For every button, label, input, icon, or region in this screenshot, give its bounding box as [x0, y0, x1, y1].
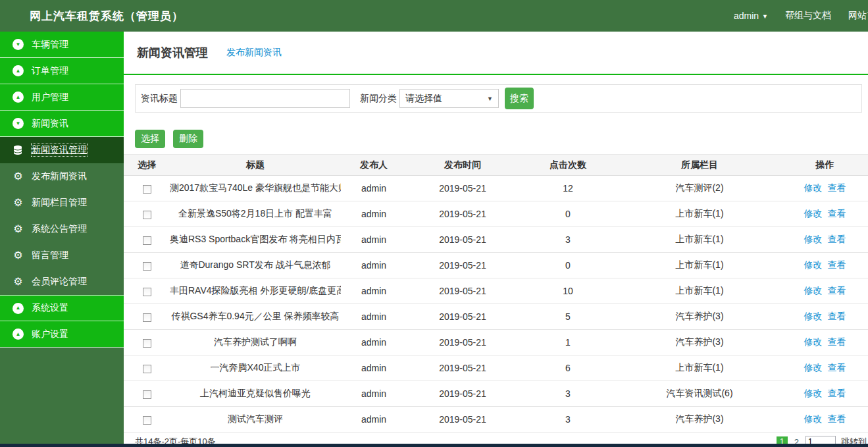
publisher-cell: admin	[341, 407, 407, 433]
clicks-cell: 3	[519, 407, 617, 433]
sidebar: ▼ 车辆管理 ▲ 订单管理 ▲ 用户管理 ▼ 新闻资讯 新闻资讯管理 ⚙ 发布新…	[0, 32, 124, 447]
row-checkbox[interactable]	[143, 365, 151, 373]
select-cell	[124, 407, 170, 433]
edit-link[interactable]: 修改	[804, 413, 823, 424]
view-link[interactable]: 查看	[828, 362, 846, 373]
edit-link[interactable]: 修改	[804, 336, 823, 347]
clicks-cell: 1	[519, 330, 617, 355]
category-cell: 汽车资讯测试(6)	[617, 381, 782, 407]
search-panel: 资讯标题 新闻分类 请选择值 ▼ 搜索	[135, 84, 862, 113]
publish-news-link[interactable]: 发布新闻资讯	[226, 47, 282, 59]
sidebar-item-user-mgmt[interactable]: ▲ 用户管理	[0, 84, 124, 111]
edit-link[interactable]: 修改	[804, 208, 823, 219]
delete-button[interactable]: 删除	[173, 130, 203, 148]
sidebar-item-message-mgmt[interactable]: ⚙ 留言管理	[0, 242, 124, 269]
toolbar: 选择 删除	[135, 130, 868, 148]
site-home-link[interactable]: 网站首页	[848, 10, 868, 22]
clicks-cell: 5	[519, 304, 617, 330]
gear-icon: ⚙	[13, 224, 24, 234]
clicks-cell: 3	[519, 227, 617, 253]
row-checkbox[interactable]	[143, 262, 151, 271]
date-cell: 2019-05-21	[407, 278, 519, 304]
view-link[interactable]: 查看	[828, 182, 846, 193]
col-clicks: 点击次数	[519, 155, 617, 176]
search-button[interactable]: 搜索	[505, 88, 534, 109]
sidebar-item-news[interactable]: ▼ 新闻资讯	[0, 111, 124, 137]
sidebar-item-account-settings[interactable]: ▲ 账户设置	[0, 321, 124, 348]
edit-link[interactable]: 修改	[804, 285, 823, 296]
chevron-down-icon: ▼	[487, 95, 493, 102]
category-cell: 上市新车(1)	[617, 278, 782, 304]
sidebar-item-vehicle-mgmt[interactable]: ▼ 车辆管理	[0, 32, 124, 58]
publisher-cell: admin	[341, 201, 407, 227]
news-title-input[interactable]	[180, 89, 350, 108]
table-row: 道奇Durango SRT发布 战斗气息浓郁 admin 2019-05-21 …	[124, 253, 868, 278]
date-cell: 2019-05-21	[407, 176, 519, 201]
title-cell: 全新景逸S50将2月18日上市 配置丰富	[170, 201, 341, 227]
edit-link[interactable]: 修改	[804, 234, 823, 244]
date-cell: 2019-05-21	[407, 381, 519, 407]
sidebar-item-announcement-mgmt[interactable]: ⚙ 系统公告管理	[0, 216, 124, 242]
row-checkbox[interactable]	[143, 288, 151, 296]
edit-link[interactable]: 修改	[804, 388, 823, 398]
row-checkbox[interactable]	[143, 339, 151, 348]
ops-cell: 修改查看	[782, 253, 868, 278]
view-link[interactable]: 查看	[828, 259, 846, 270]
ops-cell: 修改查看	[782, 278, 868, 304]
clicks-cell: 12	[519, 176, 617, 201]
ops-cell: 修改查看	[782, 407, 868, 433]
sidebar-item-system-settings[interactable]: ▲ 系统设置	[0, 295, 124, 321]
ops-cell: 修改查看	[782, 201, 868, 227]
view-link[interactable]: 查看	[828, 311, 846, 321]
view-link[interactable]: 查看	[828, 208, 846, 219]
edit-link[interactable]: 修改	[804, 362, 823, 373]
page-head: 新闻资讯管理 发布新闻资讯	[124, 32, 868, 75]
row-checkbox[interactable]	[143, 313, 151, 322]
category-cell: 汽车养护(3)	[617, 330, 782, 355]
view-link[interactable]: 查看	[828, 285, 846, 296]
date-cell: 2019-05-21	[407, 227, 519, 253]
select-cell	[124, 330, 170, 355]
ops-cell: 修改查看	[782, 381, 868, 407]
title-cell: 一汽奔腾X40正式上市	[170, 355, 341, 381]
ops-cell: 修改查看	[782, 330, 868, 355]
table-row: 传祺GS4养车0.94元／公里 保养频率较高 admin 2019-05-21 …	[124, 304, 868, 330]
view-link[interactable]: 查看	[828, 336, 846, 347]
date-cell: 2019-05-21	[407, 355, 519, 381]
user-dropdown[interactable]: admin▼	[734, 11, 768, 21]
sidebar-item-news-mgmt[interactable]: 新闻资讯管理	[0, 137, 124, 163]
sidebar-item-news-category-mgmt[interactable]: ⚙ 新闻栏目管理	[0, 190, 124, 216]
col-date: 发布时间	[407, 155, 519, 176]
view-link[interactable]: 查看	[828, 234, 846, 244]
table-row: 上汽柯迪亚克疑似售价曝光 admin 2019-05-21 3 汽车资讯测试(6…	[124, 381, 868, 407]
publisher-cell: admin	[341, 304, 407, 330]
row-checkbox[interactable]	[143, 211, 151, 219]
clicks-cell: 0	[519, 253, 617, 278]
row-checkbox[interactable]	[143, 185, 151, 194]
view-link[interactable]: 查看	[828, 388, 846, 398]
edit-link[interactable]: 修改	[804, 259, 823, 270]
row-checkbox[interactable]	[143, 390, 151, 399]
app-title: 网上汽车租赁系统（管理员）	[30, 9, 184, 24]
title-cell: 汽车养护测试了啊啊	[170, 330, 341, 355]
table-header: 选择 标题 发布人 发布时间 点击次数 所属栏目 操作	[124, 155, 868, 176]
sidebar-item-publish-news[interactable]: ⚙ 发布新闻资讯	[0, 163, 124, 190]
table-row: 一汽奔腾X40正式上市 admin 2019-05-21 6 上市新车(1) 修…	[124, 355, 868, 381]
header-nav: admin▼ 帮组与文档 网站首页	[734, 0, 868, 32]
category-cell: 上市新车(1)	[617, 227, 782, 253]
date-cell: 2019-05-21	[407, 201, 519, 227]
edit-link[interactable]: 修改	[804, 311, 823, 321]
row-checkbox[interactable]	[143, 416, 151, 425]
help-docs-link[interactable]: 帮组与文档	[785, 10, 831, 22]
database-icon	[13, 145, 24, 155]
view-link[interactable]: 查看	[828, 413, 846, 424]
news-category-label: 新闻分类	[360, 93, 397, 105]
news-title-label: 资讯标题	[141, 93, 178, 105]
category-select[interactable]: 请选择值 ▼	[399, 89, 499, 108]
sidebar-item-order-mgmt[interactable]: ▲ 订单管理	[0, 58, 124, 84]
row-checkbox[interactable]	[143, 236, 151, 245]
select-button[interactable]: 选择	[135, 130, 165, 148]
sidebar-item-member-comment-mgmt[interactable]: ⚙ 会员评论管理	[0, 269, 124, 295]
edit-link[interactable]: 修改	[804, 182, 823, 193]
clicks-cell: 10	[519, 278, 617, 304]
